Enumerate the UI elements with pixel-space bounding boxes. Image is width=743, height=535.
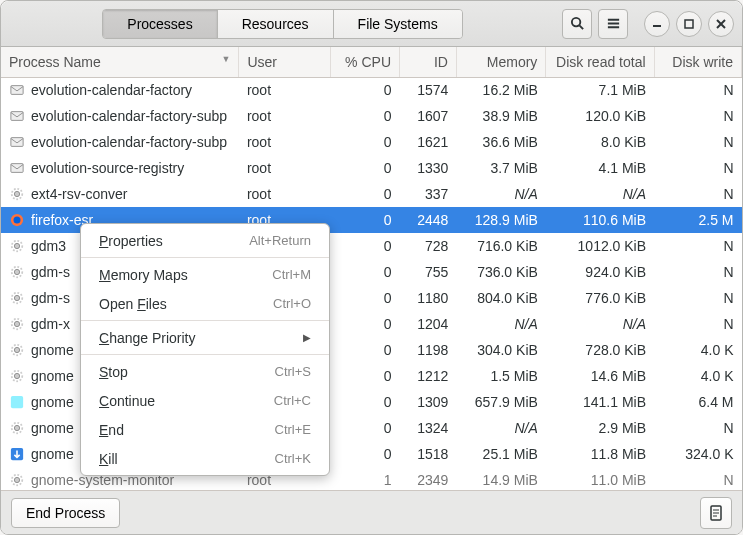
table-row[interactable]: evolution-calendar-factory-subproot01607…: [1, 103, 742, 129]
context-menu: Properties Alt+Return Memory Maps Ctrl+M…: [80, 223, 330, 476]
svg-point-25: [14, 347, 19, 352]
cell-user: root: [239, 129, 330, 155]
svg-point-0: [571, 18, 579, 26]
menu-stop[interactable]: Stop Ctrl+S: [81, 357, 329, 386]
menu-label: Properties: [99, 233, 163, 249]
process-name-text: ext4-rsv-conver: [31, 186, 127, 202]
svg-point-21: [14, 295, 19, 300]
process-name-text: gnome: [31, 368, 74, 384]
cell-disk-write: N: [654, 415, 741, 441]
cell-process-name: evolution-source-registry: [1, 155, 239, 181]
menu-label: Continue: [99, 393, 155, 409]
footer: End Process: [1, 490, 742, 534]
cell-disk-write: 6.4 M: [654, 389, 741, 415]
cell-cpu: 0: [330, 415, 399, 441]
col-process-name[interactable]: Process Name ▼: [1, 47, 239, 77]
cell-disk-write: N: [654, 129, 741, 155]
process-name-text: gnome: [31, 342, 74, 358]
menu-properties[interactable]: Properties Alt+Return: [81, 226, 329, 255]
cell-user: root: [239, 181, 330, 207]
cell-memory: 16.2 MiB: [456, 77, 545, 103]
process-name-text: evolution-calendar-factory-subp: [31, 108, 227, 124]
tab-processes[interactable]: Processes: [103, 10, 217, 38]
process-icon: [9, 82, 25, 98]
cell-cpu: 1: [330, 467, 399, 490]
process-icon: [9, 368, 25, 384]
cell-disk-write: N: [654, 467, 741, 490]
menu-open-files[interactable]: Open Files Ctrl+O: [81, 289, 329, 318]
cell-memory: 128.9 MiB: [456, 207, 545, 233]
process-icon: [9, 238, 25, 254]
svg-rect-12: [11, 164, 23, 173]
svg-rect-29: [11, 396, 23, 408]
cell-cpu: 0: [330, 441, 399, 467]
process-icon: [9, 134, 25, 150]
cell-cpu: 0: [330, 103, 399, 129]
menu-label: Change Priority: [99, 330, 196, 346]
cell-disk-write: 4.0 K: [654, 363, 741, 389]
cell-disk-read-total: 2.9 MiB: [546, 415, 654, 441]
cell-pid: 1198: [400, 337, 457, 363]
menu-kill[interactable]: Kill Ctrl+K: [81, 444, 329, 473]
cell-pid: 1212: [400, 363, 457, 389]
cell-disk-read-total: N/A: [546, 311, 654, 337]
minimize-button[interactable]: [644, 11, 670, 37]
end-process-button[interactable]: End Process: [11, 498, 120, 528]
process-name-text: evolution-calendar-factory: [31, 82, 192, 98]
maximize-button[interactable]: [676, 11, 702, 37]
view-tabs: Processes Resources File Systems: [102, 9, 462, 39]
col-pid[interactable]: ID: [400, 47, 457, 77]
cell-cpu: 0: [330, 181, 399, 207]
col-cpu[interactable]: % CPU: [330, 47, 399, 77]
cell-disk-read-total: 728.0 KiB: [546, 337, 654, 363]
cell-memory: 736.0 KiB: [456, 259, 545, 285]
cell-user: root: [239, 155, 330, 181]
cell-memory: 36.6 MiB: [456, 129, 545, 155]
process-name-text: gdm-s: [31, 290, 70, 306]
cell-disk-read-total: N/A: [546, 181, 654, 207]
tab-resources[interactable]: Resources: [218, 10, 334, 38]
col-user[interactable]: User: [239, 47, 330, 77]
process-icon: [9, 342, 25, 358]
table-row[interactable]: evolution-calendar-factoryroot0157416.2 …: [1, 77, 742, 103]
close-icon: [716, 19, 726, 29]
cell-disk-read-total: 776.0 KiB: [546, 285, 654, 311]
menu-label: End: [99, 422, 124, 438]
menu-label: Memory Maps: [99, 267, 188, 283]
menu-continue[interactable]: Continue Ctrl+C: [81, 386, 329, 415]
menu-button[interactable]: [598, 9, 628, 39]
cell-disk-read-total: 141.1 MiB: [546, 389, 654, 415]
table-row[interactable]: evolution-source-registryroot013303.7 Mi…: [1, 155, 742, 181]
cell-pid: 1324: [400, 415, 457, 441]
table-row[interactable]: ext4-rsv-converroot0337N/AN/AN: [1, 181, 742, 207]
close-button[interactable]: [708, 11, 734, 37]
svg-point-13: [14, 191, 19, 196]
tab-filesystems[interactable]: File Systems: [334, 10, 462, 38]
process-name-text: gnome: [31, 394, 74, 410]
search-button[interactable]: [562, 9, 592, 39]
cell-cpu: 0: [330, 337, 399, 363]
menu-change-priority[interactable]: Change Priority ▶: [81, 323, 329, 352]
menu-memory-maps[interactable]: Memory Maps Ctrl+M: [81, 260, 329, 289]
cell-user: root: [239, 77, 330, 103]
svg-point-19: [14, 269, 19, 274]
cell-disk-read-total: 120.0 KiB: [546, 103, 654, 129]
table-row[interactable]: evolution-calendar-factory-subproot01621…: [1, 129, 742, 155]
process-name-text: evolution-calendar-factory-subp: [31, 134, 227, 150]
svg-point-27: [14, 373, 19, 378]
cell-disk-write: N: [654, 311, 741, 337]
cell-pid: 1204: [400, 311, 457, 337]
minimize-icon: [652, 19, 662, 29]
svg-rect-11: [11, 138, 23, 147]
col-disk-write[interactable]: Disk write: [654, 47, 741, 77]
cell-disk-write: N: [654, 259, 741, 285]
process-name-text: gdm-s: [31, 264, 70, 280]
col-memory[interactable]: Memory: [456, 47, 545, 77]
process-icon: [9, 290, 25, 306]
menu-end[interactable]: End Ctrl+E: [81, 415, 329, 444]
cell-memory: N/A: [456, 415, 545, 441]
col-disk-read-total[interactable]: Disk read total: [546, 47, 654, 77]
cell-pid: 1180: [400, 285, 457, 311]
properties-button[interactable]: [700, 497, 732, 529]
cell-memory: 3.7 MiB: [456, 155, 545, 181]
